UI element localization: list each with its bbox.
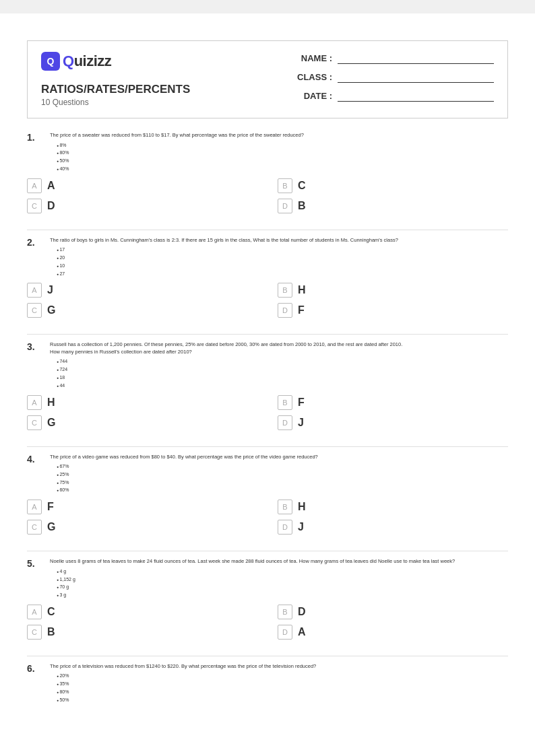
question-2-answers: A J B H C G D F [27,283,508,318]
question-6-options: 20% 35% 80% 50% [50,672,316,703]
answer-letter-2c: G [47,304,55,316]
quiz-subtitle: 10 Questions [41,98,190,107]
question-3-options: 744 724 18 44 [50,357,402,389]
answer-cell-2b: B H [278,283,508,298]
page: Q Quizizz RATIOS/RATES/PERCENTS 10 Quest… [0,13,535,756]
answer-letter-3b: F [298,397,305,409]
answer-cell-1c: C D [27,199,257,213]
question-4-header: 4. The price of a video game was reduced… [27,454,508,495]
answer-letter-4b: H [298,501,306,513]
answer-box-2b[interactable]: B [278,283,292,298]
answer-box-3b[interactable]: B [278,395,292,410]
date-field-row: DATE : [292,90,494,102]
name-line[interactable] [338,52,494,64]
answer-box-5a[interactable]: A [27,605,42,619]
answer-letter-4c: G [47,521,55,533]
answer-box-3c[interactable]: C [27,415,42,430]
answer-box-2a[interactable]: A [27,283,42,298]
name-label: NAME : [292,53,332,63]
class-label: CLASS : [292,72,332,82]
answer-cell-1a: A A [27,178,257,193]
question-6-header: 6. The price of a television was reduced… [27,663,508,704]
answer-cell-4a: A F [27,500,257,514]
question-2-text: The ratio of boys to girls in Ms. Cunnin… [50,237,398,278]
answer-cell-5d: D A [278,625,508,640]
answer-letter-b: C [298,180,306,192]
question-1-options: 8% 80% 50% 40% [50,141,304,173]
answer-cell-4d: D J [278,520,508,535]
answer-letter-4d: J [298,521,304,533]
question-1-text: The price of a sweater was reduced from … [50,132,304,173]
answer-cell-3b: B F [278,395,508,410]
logo: Q Quizizz [41,52,190,71]
question-4-text: The price of a video game was reduced fr… [50,454,318,495]
answer-cell-2c: C G [27,303,257,318]
question-1: 1. The price of a sweater was reduced fr… [27,132,508,213]
answer-box-3a[interactable]: A [27,395,42,410]
answer-letter-c: D [47,200,55,212]
answer-letter-3a: H [47,397,55,409]
answer-box-5d[interactable]: D [278,625,292,640]
answer-box-5c[interactable]: C [27,625,42,640]
question-6: 6. The price of a television was reduced… [27,663,508,704]
question-6-number: 6. [27,663,43,674]
question-5-options: 4 g 1,152 g 70 g 3 g [50,568,455,599]
answer-letter-5b: D [298,606,306,618]
question-2-number: 2. [27,237,43,248]
question-1-number: 1. [27,132,43,143]
answer-cell-5c: C B [27,625,257,640]
answer-box-3d[interactable]: D [278,415,292,430]
quiz-title: RATIOS/RATES/PERCENTS [41,83,190,96]
question-3-header: 3. Russell has a collection of 1,200 pen… [27,341,508,389]
question-5-header: 5. Noelle uses 8 grams of tea leaves to … [27,558,508,599]
answer-letter-2b: H [298,284,306,296]
question-5-answers: A C B D C B D A [27,605,508,640]
question-4-number: 4. [27,454,43,465]
questions-area: 1. The price of a sweater was reduced fr… [0,132,535,704]
header-section: Q Quizizz RATIOS/RATES/PERCENTS 10 Quest… [27,40,508,118]
question-3-number: 3. [27,341,43,352]
answer-box-4d[interactable]: D [278,520,292,535]
answer-box-2c[interactable]: C [27,303,42,318]
answer-box-4c[interactable]: C [27,520,42,535]
answer-box-4b[interactable]: B [278,500,292,514]
class-field-row: CLASS : [292,71,494,83]
answer-letter-2a: J [47,284,53,296]
answer-cell-3a: A H [27,395,257,410]
question-3-text: Russell has a collection of 1,200 pennie… [50,341,402,389]
question-3: 3. Russell has a collection of 1,200 pen… [27,341,508,429]
question-6-text: The price of a television was reduced fr… [50,663,316,704]
answer-box-d[interactable]: D [278,199,292,213]
question-2: 2. The ratio of boys to girls in Ms. Cun… [27,237,508,318]
question-2-options: 17 20 10 27 [50,246,398,277]
answer-box-4a[interactable]: A [27,500,42,514]
question-2-header: 2. The ratio of boys to girls in Ms. Cun… [27,237,508,278]
answer-cell-2d: D F [278,303,508,318]
answer-cell-5a: A C [27,605,257,619]
answer-letter-3c: G [47,417,55,429]
question-3-answers: A H B F C G D J [27,395,508,430]
answer-letter-2d: F [298,304,305,316]
logo-icon: Q [41,52,60,71]
class-line[interactable] [338,71,494,83]
answer-cell-5b: B D [278,605,508,619]
answer-box-a[interactable]: A [27,178,42,193]
answer-cell-1b: B C [278,178,508,193]
question-4-options: 67% 25% 75% 60% [50,462,318,494]
answer-letter-5d: A [298,626,306,638]
answer-letter-5c: B [47,626,55,638]
answer-box-5b[interactable]: B [278,605,292,619]
answer-letter-5a: C [47,606,55,618]
answer-letter-3d: J [298,417,304,429]
question-5-number: 5. [27,558,43,569]
answer-letter-a: A [47,180,55,192]
answer-box-2d[interactable]: D [278,303,292,318]
logo-text: Quizizz [63,53,111,70]
question-1-header: 1. The price of a sweater was reduced fr… [27,132,508,173]
answer-box-b[interactable]: B [278,178,292,193]
question-5: 5. Noelle uses 8 grams of tea leaves to … [27,558,508,640]
answer-cell-1d: D B [278,199,508,213]
name-field-row: NAME : [292,52,494,64]
answer-box-c[interactable]: C [27,199,42,213]
date-line[interactable] [338,90,494,102]
